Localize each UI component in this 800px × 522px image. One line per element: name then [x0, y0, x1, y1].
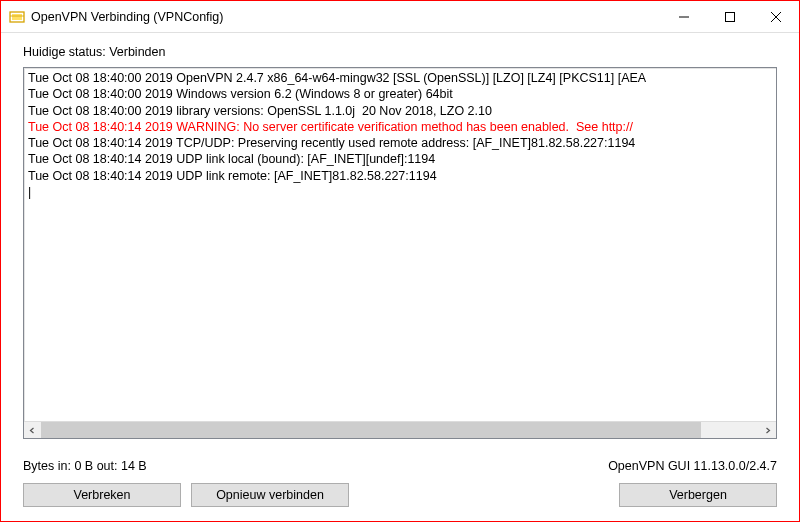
reconnect-button[interactable]: Opnieuw verbinden [191, 483, 349, 507]
status-label: Huidige status: Verbinden [23, 45, 777, 59]
log-cursor: | [28, 184, 772, 200]
minimize-button[interactable] [661, 1, 707, 32]
scroll-right-arrow[interactable] [759, 422, 776, 439]
svg-rect-4 [726, 12, 735, 21]
bytes-label: Bytes in: 0 B out: 14 B [23, 459, 147, 473]
hide-button[interactable]: Verbergen [619, 483, 777, 507]
disconnect-button[interactable]: Verbreken [23, 483, 181, 507]
footer-row: Bytes in: 0 B out: 14 B OpenVPN GUI 11.1… [23, 459, 777, 473]
app-icon [9, 9, 25, 25]
log-line: Tue Oct 08 18:40:00 2019 Windows version… [28, 86, 772, 102]
window-title: OpenVPN Verbinding (VPNConfig) [31, 10, 661, 24]
svg-rect-1 [12, 14, 22, 20]
window-controls [661, 1, 799, 32]
log-line: Tue Oct 08 18:40:14 2019 UDP link local … [28, 151, 772, 167]
horizontal-scrollbar[interactable] [24, 421, 776, 438]
log-line-warning: Tue Oct 08 18:40:14 2019 WARNING: No ser… [28, 119, 772, 135]
button-row: Verbreken Opnieuw verbinden Verbergen [23, 483, 777, 507]
close-button[interactable] [753, 1, 799, 32]
log-line: Tue Oct 08 18:40:00 2019 OpenVPN 2.4.7 x… [28, 70, 772, 86]
maximize-button[interactable] [707, 1, 753, 32]
scroll-track[interactable] [41, 422, 759, 438]
log-line: Tue Oct 08 18:40:14 2019 UDP link remote… [28, 168, 772, 184]
log-container: Tue Oct 08 18:40:00 2019 OpenVPN 2.4.7 x… [23, 67, 777, 439]
log-line: Tue Oct 08 18:40:00 2019 library version… [28, 103, 772, 119]
scroll-left-arrow[interactable] [24, 422, 41, 439]
title-bar[interactable]: OpenVPN Verbinding (VPNConfig) [1, 1, 799, 33]
content-area: Huidige status: Verbinden Tue Oct 08 18:… [1, 33, 799, 521]
log-line: Tue Oct 08 18:40:14 2019 TCP/UDP: Preser… [28, 135, 772, 151]
version-label: OpenVPN GUI 11.13.0.0/2.4.7 [608, 459, 777, 473]
log-textarea[interactable]: Tue Oct 08 18:40:00 2019 OpenVPN 2.4.7 x… [24, 68, 776, 421]
scroll-thumb[interactable] [41, 422, 701, 438]
window-frame: OpenVPN Verbinding (VPNConfig) Huidige s… [0, 0, 800, 522]
